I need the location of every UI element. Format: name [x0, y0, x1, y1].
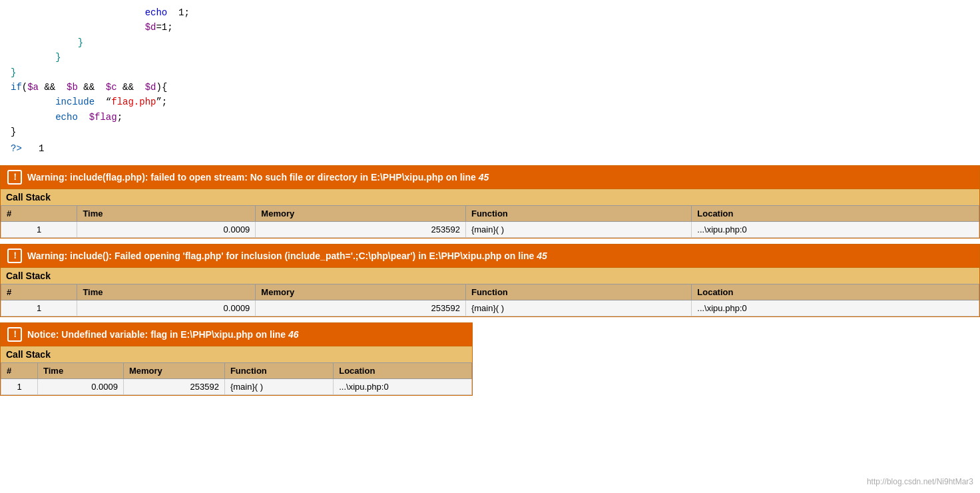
- cell-num: 1: [1, 378, 38, 394]
- cell-location: ...\xipu.php:0: [692, 221, 979, 237]
- error-icon-1: ！: [7, 170, 22, 185]
- code-line-brace4: }: [11, 125, 969, 139]
- code-line-echo1: echo 1;: [11, 5, 969, 20]
- cell-location: ...\xipu.php:0: [334, 378, 472, 394]
- cell-function: {main}( ): [224, 378, 333, 394]
- col-function-1: Function: [465, 205, 691, 221]
- cell-memory: 253592: [124, 378, 225, 394]
- error-header-1: ！ Warning: include(flag.php): failed to …: [1, 166, 979, 189]
- callstack-table-3: # Time Memory Function Location 1 0.0009…: [1, 362, 472, 395]
- cell-time: 0.0009: [77, 300, 256, 316]
- error-header-3: ！ Notice: Undefined variable: flag in E:…: [1, 323, 472, 346]
- col-memory-2: Memory: [256, 284, 466, 300]
- cell-num: 1: [1, 300, 77, 316]
- table-row: 1 0.0009 253592 {main}( ) ...\xipu.php:0: [1, 378, 472, 394]
- error-header-2: ！ Warning: include(): Failed opening 'fl…: [1, 245, 979, 267]
- cell-location: ...\xipu.php:0: [692, 300, 979, 316]
- code-line-brace2: }: [11, 50, 969, 65]
- callstack-title-1: Call Stack: [1, 189, 979, 205]
- error-box-1: ！ Warning: include(flag.php): failed to …: [0, 165, 980, 239]
- col-time-1: Time: [77, 205, 256, 221]
- code-line-echo-flag: echo $flag;: [11, 110, 969, 125]
- error-box-3: ！ Notice: Undefined variable: flag in E:…: [0, 322, 473, 396]
- col-location-2: Location: [692, 284, 979, 300]
- error-message-2: Warning: include(): Failed opening 'flag…: [27, 250, 547, 261]
- code-line-brace3: }: [11, 65, 969, 80]
- col-location-1: Location: [692, 205, 979, 221]
- code-line-include: include “flag.php”;: [11, 95, 969, 109]
- col-memory-3: Memory: [124, 362, 225, 378]
- cell-time: 0.0009: [38, 378, 124, 394]
- table-row: 1 0.0009 253592 {main}( ) ...\xipu.php:0: [1, 221, 979, 237]
- cell-time: 0.0009: [77, 221, 256, 237]
- col-location-3: Location: [334, 362, 472, 378]
- code-block: echo 1; $d=1; } } } if($a && $b && $c &&…: [0, 0, 980, 163]
- col-function-3: Function: [224, 362, 333, 378]
- code-line-if: if($a && $b && $c && $d){: [11, 80, 969, 95]
- callstack-title-2: Call Stack: [1, 267, 979, 284]
- table-row: 1 0.0009 253592 {main}( ) ...\xipu.php:0: [1, 300, 979, 316]
- col-hash-2: #: [1, 284, 77, 300]
- cell-function: {main}( ): [465, 300, 691, 316]
- callstack-title-3: Call Stack: [1, 346, 472, 362]
- error-box-2: ！ Warning: include(): Failed opening 'fl…: [0, 244, 980, 317]
- error-message-3: Notice: Undefined variable: flag in E:\P…: [27, 329, 299, 340]
- col-hash-1: #: [1, 205, 77, 221]
- col-hash-3: #: [1, 362, 38, 378]
- col-time-2: Time: [77, 284, 256, 300]
- col-memory-1: Memory: [256, 205, 466, 221]
- table-header-row-1: # Time Memory Function Location: [1, 205, 979, 221]
- code-line-d1: $d=1;: [11, 20, 969, 35]
- cell-memory: 253592: [256, 300, 466, 316]
- table-header-row-2: # Time Memory Function Location: [1, 284, 979, 300]
- error-icon-3: ！: [7, 327, 22, 342]
- error-icon-2: ！: [7, 248, 22, 263]
- table-header-row-3: # Time Memory Function Location: [1, 362, 472, 378]
- callstack-table-1: # Time Memory Function Location 1 0.0009…: [1, 205, 979, 238]
- cell-memory: 253592: [256, 221, 466, 237]
- output-line: ?> 1: [11, 140, 969, 157]
- cell-function: {main}( ): [465, 221, 691, 237]
- col-function-2: Function: [465, 284, 691, 300]
- callstack-table-2: # Time Memory Function Location 1 0.0009…: [1, 284, 979, 316]
- code-line-brace1: }: [11, 35, 969, 50]
- cell-num: 1: [1, 221, 77, 237]
- col-time-3: Time: [38, 362, 124, 378]
- error-message-1: Warning: include(flag.php): failed to op…: [27, 172, 489, 183]
- main-content: echo 1; $d=1; } } } if($a && $b && $c &&…: [0, 0, 980, 414]
